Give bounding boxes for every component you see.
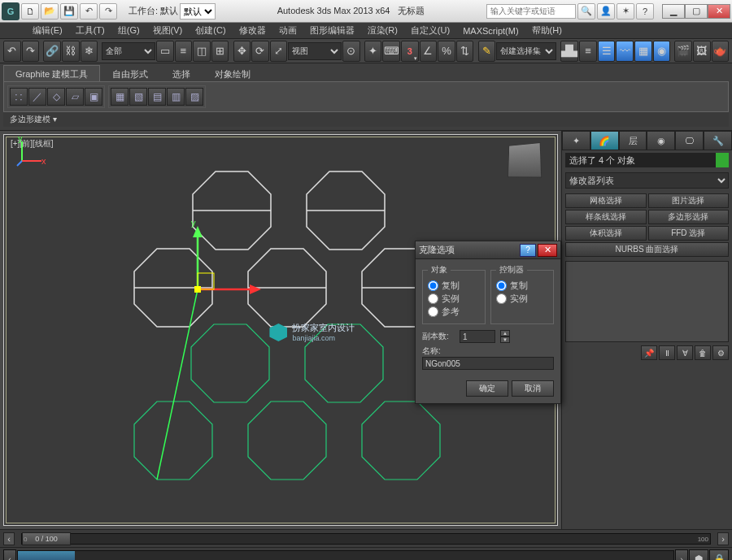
time-slider-thumb[interactable]: 0 / 100: [22, 532, 71, 545]
ribbon-poly-icon[interactable]: ▱: [66, 88, 84, 106]
pin-stack-button[interactable]: 📌: [641, 345, 657, 360]
selection-filter-select[interactable]: 全部: [102, 42, 155, 60]
name-field[interactable]: [422, 357, 554, 370]
copies-spinner[interactable]: ▲▼: [500, 330, 510, 343]
manipulate-button[interactable]: ✦: [364, 41, 382, 62]
move-button[interactable]: ✥: [233, 41, 251, 62]
render-button[interactable]: 🫖: [712, 41, 730, 62]
ribbon-tool-5-icon[interactable]: ▨: [185, 88, 203, 106]
menu-tools[interactable]: 工具(T): [69, 23, 111, 38]
close-button[interactable]: ✕: [708, 4, 730, 19]
ribbon-tool-1-icon[interactable]: ▦: [111, 88, 129, 106]
render-setup-button[interactable]: 🎬: [674, 41, 692, 62]
rotate-button[interactable]: ⟳: [251, 41, 269, 62]
radio-ctrl-instance[interactable]: 实例: [496, 293, 548, 305]
select-object-button[interactable]: ▭: [156, 41, 174, 62]
signin-button[interactable]: 👤: [597, 3, 615, 20]
select-by-name-button[interactable]: ≡: [175, 41, 193, 62]
window-crossing-button[interactable]: ⊞: [211, 41, 229, 62]
ribbon-vertex-icon[interactable]: ⸬: [10, 88, 28, 106]
menu-modifiers[interactable]: 修改器: [233, 23, 272, 38]
ribbon-edge-icon[interactable]: ／: [28, 88, 46, 106]
dialog-close-button[interactable]: ✕: [538, 244, 557, 257]
menu-help[interactable]: 帮助(H): [525, 23, 569, 38]
ribbon-border-icon[interactable]: ◇: [47, 88, 65, 106]
poly-select-button[interactable]: 多边形选择: [648, 210, 730, 224]
object-name-field[interactable]: [565, 153, 716, 167]
nurbs-select-button[interactable]: NURBS 曲面选择: [565, 242, 729, 257]
new-file-button[interactable]: 🗋: [21, 3, 39, 20]
track-bar-track[interactable]: [17, 550, 674, 561]
help-search-go-icon[interactable]: 🔍: [577, 3, 595, 20]
track-right-button[interactable]: ›: [675, 549, 688, 561]
sel-lock-button[interactable]: 🔒: [709, 549, 729, 561]
modify-tab-icon[interactable]: 🌈: [590, 131, 619, 150]
layer-manager-button[interactable]: ☰: [598, 41, 616, 62]
cancel-button[interactable]: 取消: [512, 380, 554, 397]
menu-view[interactable]: 视图(V): [146, 23, 190, 38]
ribbon-tab-freeform[interactable]: 自由形式: [100, 65, 160, 81]
menu-animation[interactable]: 动画: [272, 23, 303, 38]
menu-render[interactable]: 渲染(R): [361, 23, 404, 38]
align-button[interactable]: ≡: [579, 41, 597, 62]
time-slider-right-icon[interactable]: ›: [717, 532, 729, 545]
mirror-button[interactable]: ▟▙: [560, 41, 578, 62]
menu-group[interactable]: 组(G): [111, 23, 146, 38]
isolate-button[interactable]: ⬢: [689, 549, 708, 561]
undo-button[interactable]: ↶: [80, 3, 98, 20]
ribbon-tab-paint[interactable]: 对象绘制: [203, 65, 263, 81]
ribbon-footer-label[interactable]: 多边形建模 ▾: [3, 112, 729, 127]
track-left-button[interactable]: ‹: [3, 549, 16, 561]
open-file-button[interactable]: 📂: [41, 3, 59, 20]
rendered-frame-button[interactable]: 🖼: [693, 41, 711, 62]
schematic-view-button[interactable]: ▦: [634, 41, 652, 62]
menu-create[interactable]: 创建(C): [189, 23, 232, 38]
object-color-swatch[interactable]: [716, 153, 729, 167]
ok-button[interactable]: 确定: [466, 380, 508, 397]
material-editor-button[interactable]: ◉: [653, 41, 671, 62]
named-selset-prev-button[interactable]: ✎: [478, 41, 496, 62]
unlink-button[interactable]: ⛓: [62, 41, 80, 62]
create-tab-icon[interactable]: ✦: [562, 131, 590, 150]
time-slider-track[interactable]: 0 / 100 0 100: [21, 533, 711, 545]
ribbon-tool-2-icon[interactable]: ▧: [129, 88, 147, 106]
scale-button[interactable]: ⤢: [270, 41, 288, 62]
radio-copy[interactable]: 复制: [428, 280, 480, 292]
angle-snap-button[interactable]: ∠: [420, 41, 438, 62]
curve-editor-button[interactable]: 〰: [616, 41, 634, 62]
radio-reference[interactable]: 参考: [428, 306, 480, 318]
show-end-result-button[interactable]: Ⅱ: [659, 345, 675, 360]
ribbon-tab-selection[interactable]: 选择: [160, 65, 203, 81]
ffd-select-button[interactable]: FFD 选择: [648, 226, 730, 241]
pivot-center-button[interactable]: ⊙: [342, 41, 360, 62]
radio-ctrl-copy[interactable]: 复制: [496, 280, 548, 292]
percent-snap-button[interactable]: %: [438, 41, 455, 62]
maximize-button[interactable]: ▢: [685, 4, 708, 19]
display-tab-icon[interactable]: 🖵: [675, 131, 704, 150]
snap-toggle-button[interactable]: 3▾: [401, 41, 419, 62]
menu-customize[interactable]: 自定义(U): [404, 23, 456, 38]
copies-field[interactable]: [460, 330, 495, 343]
mesh-select-button[interactable]: 网格选择: [565, 193, 647, 208]
app-logo-icon[interactable]: G: [2, 2, 20, 20]
radio-instance[interactable]: 实例: [428, 293, 480, 305]
modifier-list-select[interactable]: 修改器列表: [565, 172, 729, 189]
named-selection-set[interactable]: 创建选择集: [496, 42, 556, 60]
hierarchy-tab-icon[interactable]: 层: [619, 131, 647, 150]
utilities-tab-icon[interactable]: 🔧: [704, 131, 732, 150]
spinner-snap-button[interactable]: ⇅: [456, 41, 474, 62]
menu-maxscript[interactable]: MAXScript(M): [456, 24, 525, 37]
ribbon-tab-modeling[interactable]: Graphite 建模工具: [3, 65, 100, 81]
ribbon-element-icon[interactable]: ▣: [85, 88, 102, 106]
remove-modifier-button[interactable]: 🗑: [695, 345, 711, 360]
keyboard-shortcut-button[interactable]: ⌨: [382, 41, 400, 62]
motion-tab-icon[interactable]: ◉: [647, 131, 675, 150]
modifier-stack[interactable]: [565, 261, 729, 342]
configure-sets-button[interactable]: ⚙: [712, 345, 729, 360]
help-button[interactable]: ?: [636, 3, 654, 20]
undo-tb-button[interactable]: ↶: [3, 41, 21, 62]
vol-select-button[interactable]: 体积选择: [565, 226, 647, 241]
workspace-select[interactable]: 默认: [180, 3, 216, 20]
redo-button[interactable]: ↷: [99, 3, 117, 20]
dialog-help-button[interactable]: ?: [520, 244, 536, 257]
